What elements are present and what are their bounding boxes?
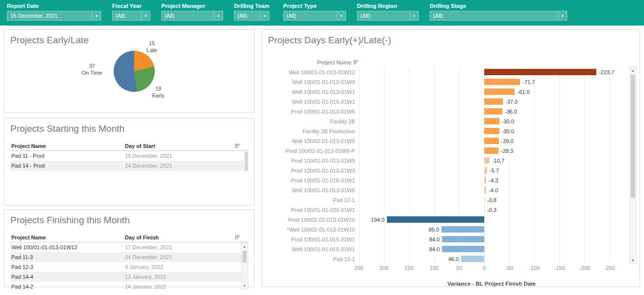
x-axis-label: Variance - BL Project Finish Date bbox=[359, 281, 624, 287]
bar-chart-row[interactable]: Well 100/01-01-015-01W184.0 bbox=[268, 244, 624, 254]
table-row[interactable]: Well 100/01-01-013-01W1217 December, 202… bbox=[10, 242, 248, 252]
sort-icon[interactable] bbox=[235, 235, 240, 240]
bar[interactable] bbox=[484, 177, 486, 183]
bar-chart-row[interactable]: Well 100/02-01-013-01W9-29.0 bbox=[268, 136, 624, 146]
bar-chart-row[interactable]: Pad 12-1-0.8 bbox=[268, 195, 624, 205]
bar-chart-row[interactable]: Well 100/01-01-016-01W1-37.0 bbox=[268, 97, 624, 107]
project-type-dropdown[interactable]: (All) ▼ bbox=[283, 11, 346, 21]
filter-fiscal-year: Fiscal Year (All) ▼ bbox=[112, 3, 150, 26]
chevron-down-icon[interactable]: ▼ bbox=[337, 11, 346, 20]
report-date-dropdown[interactable]: 15 December, 2021 ▼ bbox=[7, 11, 101, 21]
bar-chart-row[interactable]: Prod 100/01-01-015-01W184.0 bbox=[268, 235, 624, 244]
scroll-up-icon[interactable]: ▲ bbox=[241, 243, 248, 250]
bar-value-label: 84.0 bbox=[429, 246, 439, 253]
scroll-up-icon[interactable]: ▲ bbox=[630, 67, 636, 74]
finishing-table-body: Well 100/01-01-013-01W1217 December, 202… bbox=[10, 242, 248, 289]
bar-value-label: 85.0 bbox=[429, 226, 439, 233]
sort-icon[interactable] bbox=[235, 143, 240, 148]
bar-chart-row[interactable]: Prod 100/01-01-013-01W9-10.7 bbox=[268, 156, 624, 166]
bar[interactable] bbox=[484, 206, 485, 213]
dropdown-value: (All) bbox=[234, 13, 260, 19]
bar[interactable] bbox=[484, 79, 520, 85]
scrollbar[interactable] bbox=[244, 151, 248, 171]
sort-icon[interactable] bbox=[353, 59, 359, 66]
bar-chart-row[interactable]: Pad 13-146.0 bbox=[268, 254, 624, 264]
bar-chart-row[interactable]: *Well 100/02-01-013-01W1085.0 bbox=[268, 225, 624, 235]
scrollbar-thumb[interactable] bbox=[245, 152, 248, 171]
pie-label-early: 19Early bbox=[144, 85, 173, 99]
project-manager-dropdown[interactable]: (All) ▼ bbox=[161, 11, 223, 21]
table-row[interactable]: Pad 14 - Prod24 December, 2021 bbox=[10, 161, 248, 171]
cell-date: 24 December, 2021 bbox=[125, 163, 248, 169]
bar[interactable] bbox=[484, 187, 486, 193]
bar-chart-row[interactable]: Well 100/01-01-013-01W6-4.0 bbox=[268, 185, 624, 195]
column-header-project-name[interactable]: Project Name bbox=[10, 143, 125, 149]
bar-rows: Well 100/01-01-013-01W12-223.7Well 100/0… bbox=[268, 67, 624, 264]
chevron-down-icon[interactable]: ▼ bbox=[260, 11, 269, 20]
table-row[interactable]: Pad 14-214 January, 2022 bbox=[10, 282, 248, 289]
bar-chart-row[interactable]: Prod 100/01-01-013-01W10194.0 bbox=[268, 215, 624, 225]
bar-chart-row[interactable]: Facility 2B Production-30.0 bbox=[268, 126, 624, 136]
fiscal-year-dropdown[interactable]: (All) ▼ bbox=[112, 11, 150, 21]
filter-project-manager: Project Manager (All) ▼ bbox=[161, 3, 223, 26]
bar-chart-row[interactable]: Prod 100/01-01-020-01W1-0.3 bbox=[268, 205, 624, 215]
bar-chart-row[interactable]: Well 100/01-01-013-01W1-61.0 bbox=[268, 87, 624, 97]
bar[interactable] bbox=[484, 108, 502, 115]
scrollbar-thumb[interactable] bbox=[242, 251, 247, 263]
bar[interactable] bbox=[442, 236, 484, 242]
bar-chart-row[interactable]: Well 100/01-01-013-01W12-223.7 bbox=[268, 67, 624, 77]
bar[interactable] bbox=[442, 246, 484, 252]
column-header-project-name[interactable]: Project Name bbox=[317, 59, 351, 65]
drilling-team-dropdown[interactable]: (All) ▼ bbox=[234, 11, 269, 21]
bar[interactable] bbox=[484, 88, 515, 95]
bar-value-label: -0.8 bbox=[487, 197, 497, 204]
column-header-day-of-finish[interactable]: Day of Finish bbox=[125, 235, 235, 240]
bar[interactable] bbox=[484, 148, 498, 154]
bar-chart-row[interactable]: Well 100/01-01-013-01W9-71.7 bbox=[268, 77, 624, 87]
cell-date: 24 December, 2021 bbox=[125, 254, 248, 260]
bar[interactable] bbox=[484, 138, 499, 144]
bar[interactable] bbox=[441, 226, 484, 233]
bar-chart-row[interactable]: Prod 100/02-01-013-01W9-P-28.3 bbox=[268, 146, 624, 156]
chevron-down-icon[interactable]: ▼ bbox=[214, 11, 223, 20]
table-row[interactable]: Pad 11 - Prod15 December, 2021 bbox=[10, 151, 248, 161]
chevron-down-icon[interactable]: ▼ bbox=[558, 11, 567, 20]
bar[interactable] bbox=[484, 167, 487, 174]
bar[interactable] bbox=[484, 98, 503, 105]
bar[interactable] bbox=[484, 157, 490, 164]
bar-chart-row[interactable]: Prod 100/01-01-013-01W6-36.0 bbox=[268, 107, 624, 117]
chevron-down-icon[interactable]: ▼ bbox=[141, 11, 150, 20]
pie-label-on-time: 37On Time bbox=[73, 62, 111, 76]
table-row[interactable]: Pad 12-34 January, 2022 bbox=[10, 262, 248, 272]
bar-row-label: Prod 100/01-01-013-01W9 bbox=[268, 156, 359, 166]
bar-chart-row[interactable]: Facility 2B-30.0 bbox=[268, 117, 624, 126]
bar-plot-area: -36.0 bbox=[359, 107, 624, 117]
scrollbar-thumb[interactable] bbox=[631, 75, 635, 198]
bar[interactable] bbox=[484, 69, 596, 75]
bar[interactable] bbox=[461, 256, 484, 262]
chevron-down-icon[interactable]: ▼ bbox=[92, 11, 101, 20]
column-header-day-of-start[interactable]: Day of Start bbox=[125, 143, 235, 149]
scroll-down-icon[interactable]: ▼ bbox=[241, 282, 248, 289]
bar[interactable] bbox=[484, 128, 499, 134]
chevron-down-icon[interactable]: ▼ bbox=[410, 11, 418, 20]
bar[interactable] bbox=[484, 118, 499, 124]
bar[interactable] bbox=[484, 197, 485, 203]
bar[interactable] bbox=[387, 216, 484, 223]
panel-projects-starting: Projects Starting this Month Project Nam… bbox=[4, 118, 255, 206]
drilling-stage-dropdown[interactable]: (All) ▼ bbox=[430, 11, 567, 21]
scroll-down-icon[interactable]: ▼ bbox=[630, 257, 636, 264]
scrollbar[interactable]: ▲ ▼ bbox=[629, 66, 637, 264]
table-row[interactable]: Pad 14-413 January, 2022 bbox=[10, 272, 248, 282]
cell-project-name: Pad 14-4 bbox=[10, 274, 125, 280]
scrollbar[interactable]: ▲ ▼ bbox=[241, 242, 248, 290]
bar-chart-row[interactable]: Prod 100/01-01-013-01W3-5.7 bbox=[268, 166, 624, 176]
x-axis-tick: -100 bbox=[522, 265, 547, 271]
bar-row-label: Facility 2B Production bbox=[268, 126, 359, 136]
bar-plot-area: -0.8 bbox=[359, 195, 624, 205]
finishing-table: Project Name Day of Finish Well 100/01-0… bbox=[10, 233, 248, 289]
bar-chart-row[interactable]: Prod 100/01-01-016-01W1-4.3 bbox=[268, 176, 624, 185]
table-row[interactable]: Pad 11-324 December, 2021 bbox=[10, 252, 248, 262]
drilling-region-dropdown[interactable]: (All) ▼ bbox=[357, 11, 419, 21]
column-header-project-name[interactable]: Project Name bbox=[10, 235, 125, 240]
